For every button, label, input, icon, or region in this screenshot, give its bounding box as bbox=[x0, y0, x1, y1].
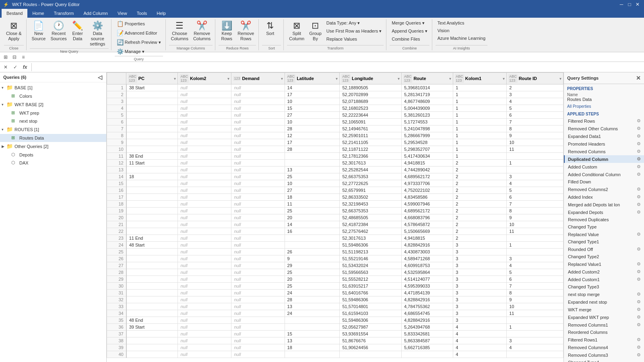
tab-add-column[interactable]: Add Column bbox=[78, 9, 113, 18]
step-item[interactable]: Duplicated Column⚙ bbox=[564, 155, 644, 163]
tab-transform[interactable]: Transform bbox=[49, 9, 79, 18]
keep-rows-button[interactable]: ⬇️ KeepRows bbox=[219, 19, 235, 43]
append-queries-button[interactable]: Append Queries ▾ bbox=[390, 27, 429, 35]
step-gear-icon[interactable]: ⚙ bbox=[637, 299, 641, 304]
col-header-route-id[interactable]: ABC123 Route ID ▾ bbox=[507, 73, 564, 84]
col-header-pc[interactable]: ABC123 PC ▾ bbox=[126, 73, 178, 84]
demand-filter-icon[interactable]: ▾ bbox=[281, 76, 283, 81]
step-gear-icon[interactable]: ⚙ bbox=[637, 337, 641, 342]
step-item[interactable]: Filtered Rows⚙ bbox=[564, 117, 644, 125]
step-item[interactable]: Removed Columns4⚙ bbox=[564, 343, 644, 351]
query-group-other-header[interactable]: ▶ 📁 Other Queries [2] bbox=[0, 142, 106, 151]
step-item[interactable]: Added Custom2⚙ bbox=[564, 268, 644, 276]
step-gear-icon[interactable]: ⚙ bbox=[637, 345, 641, 350]
combine-files-button[interactable]: Combine Files bbox=[390, 35, 429, 43]
step-item[interactable]: Changed Type3 bbox=[564, 283, 644, 290]
route-id-filter-icon[interactable]: ▾ bbox=[559, 76, 561, 81]
step-gear-icon[interactable]: ⚙ bbox=[637, 315, 641, 320]
col-header-route[interactable]: ABC123 Route ▾ bbox=[401, 73, 453, 84]
tab-view[interactable]: View bbox=[113, 9, 132, 18]
refresh-preview-button[interactable]: 🔄 Refresh Preview ▾ bbox=[115, 38, 163, 47]
merge-queries-button[interactable]: Merge Queries ▾ bbox=[390, 19, 429, 27]
step-gear-icon[interactable]: ⚙ bbox=[637, 164, 641, 169]
advanced-editor-button[interactable]: 📝 Advanced Editor bbox=[115, 29, 163, 37]
step-gear-icon[interactable]: ⚙ bbox=[637, 149, 641, 154]
step-gear-icon[interactable]: ⚙ bbox=[637, 322, 641, 327]
properties-button[interactable]: 📋 Properties bbox=[115, 19, 163, 28]
step-gear-icon[interactable]: ⚙ bbox=[637, 269, 641, 274]
query-item-wkt-prep[interactable]: ⊞ WKT prep bbox=[0, 109, 106, 117]
step-item[interactable]: Removed Columns1⚙ bbox=[564, 321, 644, 329]
step-item[interactable]: next stop merge⚙ bbox=[564, 290, 644, 298]
step-item[interactable]: Rounded Off⚙ bbox=[564, 245, 644, 253]
data-type-button[interactable]: Data Type: Any ▾ bbox=[324, 19, 384, 27]
query-item-routes-data[interactable]: ⊞ Routes Data bbox=[0, 134, 106, 142]
step-item[interactable]: Removed Duplicates bbox=[564, 216, 644, 223]
remove-rows-button[interactable]: ✂️ RemoveRows bbox=[235, 19, 256, 43]
text-analytics-button[interactable]: Text Analytics bbox=[436, 19, 487, 27]
step-item[interactable]: Changed Type4 bbox=[564, 359, 644, 362]
choose-columns-button[interactable]: ☰ ChooseColumns bbox=[169, 19, 190, 43]
step-gear-icon[interactable]: ⚙ bbox=[637, 307, 641, 312]
step-item[interactable]: Replaced Value⚙ bbox=[564, 230, 644, 238]
col-header-latitude[interactable]: ABC123 Latitude ▾ bbox=[285, 73, 340, 84]
settings-close-button[interactable]: ✕ bbox=[636, 75, 641, 81]
minimize-button[interactable]: ─ bbox=[618, 1, 625, 8]
grid-container[interactable]: ABC123 PC ▾ ABC123 Kolom2 ▾ bbox=[107, 72, 564, 362]
col-header-kolom1[interactable]: ABC123 Kolom1 ▾ bbox=[453, 73, 507, 84]
step-item[interactable]: Removed Columns3⚙ bbox=[564, 351, 644, 359]
kolom2-filter-icon[interactable]: ▾ bbox=[227, 76, 229, 81]
enter-data-button[interactable]: ✏️ EnterData bbox=[70, 19, 86, 43]
step-gear-icon[interactable]: ⚙ bbox=[637, 156, 641, 162]
col-header-kolom2[interactable]: ABC123 Kolom2 ▾ bbox=[178, 73, 231, 84]
step-item[interactable]: Filled Down bbox=[564, 178, 644, 185]
sort-button[interactable]: ⇅ Sort bbox=[262, 19, 278, 37]
longitude-filter-icon[interactable]: ▾ bbox=[398, 76, 400, 81]
step-gear-icon[interactable]: ⚙ bbox=[637, 172, 641, 177]
data-source-settings-button[interactable]: ⚙️ Data sourcesettings bbox=[87, 19, 109, 48]
close-apply-button[interactable]: ⊠ Close &Apply bbox=[4, 19, 24, 43]
formula-fx-button[interactable]: fx bbox=[21, 63, 29, 71]
step-item[interactable]: Filtered Rows1⚙ bbox=[564, 336, 644, 343]
step-item[interactable]: Expanded next stop⚙ bbox=[564, 298, 644, 306]
step-item[interactable]: Added Conditional Column⚙ bbox=[564, 171, 644, 178]
step-item[interactable]: Added Custom1⚙ bbox=[564, 276, 644, 283]
step-item[interactable]: Expanded Depots⚙ bbox=[564, 208, 644, 216]
step-item[interactable]: Removed Columns⚙ bbox=[564, 148, 644, 155]
maximize-button[interactable]: □ bbox=[626, 1, 633, 8]
latitude-filter-icon[interactable]: ▾ bbox=[336, 76, 338, 81]
toolbar-btn-3[interactable]: ≡ bbox=[19, 53, 27, 61]
formula-reject-button[interactable]: ✕ bbox=[2, 63, 10, 71]
formula-input[interactable]: = Table.DuplicateColumn(#"Removed Column… bbox=[34, 63, 642, 71]
route-filter-icon[interactable]: ▾ bbox=[449, 76, 451, 81]
vision-button[interactable]: Vision bbox=[436, 27, 487, 34]
step-gear-icon[interactable]: ⚙ bbox=[637, 261, 641, 267]
step-gear-icon[interactable]: ⚙ bbox=[637, 210, 641, 215]
query-group-routes-header[interactable]: ▾ 📁 ROUTES [1] bbox=[0, 125, 106, 134]
step-item[interactable]: Expanded WKT prep⚙ bbox=[564, 313, 644, 321]
step-item[interactable]: Added Custom⚙ bbox=[564, 163, 644, 171]
step-item[interactable]: Changed Type2 bbox=[564, 253, 644, 260]
step-item[interactable]: Replaced Value1⚙ bbox=[564, 260, 644, 268]
step-gear-icon[interactable]: ⚙ bbox=[637, 277, 641, 282]
step-item[interactable]: Removed Columns2⚙ bbox=[564, 185, 644, 193]
query-item-next-stop[interactable]: ⊞ next stop bbox=[0, 117, 106, 125]
step-gear-icon[interactable]: ⚙ bbox=[637, 194, 641, 200]
step-item[interactable]: Merged add Depots lat lon⚙ bbox=[564, 201, 644, 208]
step-gear-icon[interactable]: ⚙ bbox=[637, 187, 641, 192]
step-gear-icon[interactable]: ⚙ bbox=[637, 232, 641, 237]
toolbar-btn-2[interactable]: ⊟ bbox=[10, 53, 19, 61]
azure-ml-button[interactable]: Azure Machine Learning bbox=[436, 35, 487, 42]
toolbar-btn-1[interactable]: ⊞ bbox=[2, 53, 10, 61]
queries-collapse-button[interactable]: ◁ bbox=[97, 74, 103, 80]
split-column-button[interactable]: ⊠ SplitColumn bbox=[287, 19, 306, 43]
new-source-button[interactable]: 📄 NewSource bbox=[30, 19, 48, 43]
step-gear-icon[interactable]: ⚙ bbox=[637, 292, 641, 297]
use-first-row-button[interactable]: Use First Row as Headers ▾ bbox=[324, 27, 384, 35]
tab-help[interactable]: Help bbox=[152, 9, 171, 18]
pc-filter-icon[interactable]: ▾ bbox=[174, 76, 176, 81]
formula-accept-button[interactable]: ✓ bbox=[11, 63, 19, 71]
query-item-depots[interactable]: ⬡ Depots bbox=[0, 151, 106, 159]
step-item[interactable]: Promoted Headers⚙ bbox=[564, 140, 644, 148]
tab-bestand[interactable]: Bestand bbox=[2, 9, 27, 18]
